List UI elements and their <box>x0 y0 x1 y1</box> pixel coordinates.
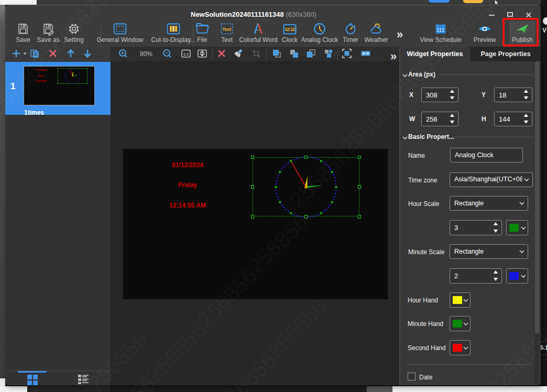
svg-text:1:1: 1:1 <box>183 52 189 57</box>
svg-text:Text: Text <box>223 27 232 32</box>
svg-text:12:12: 12:12 <box>285 27 295 32</box>
